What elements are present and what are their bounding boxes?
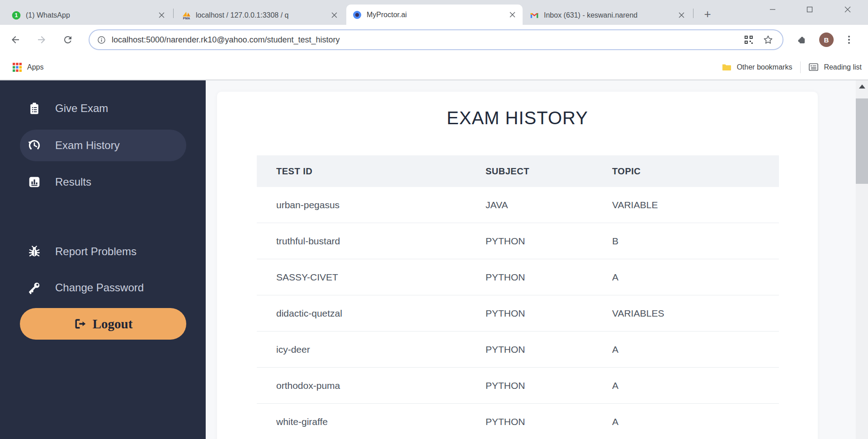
scrollbar-thumb[interactable] [856, 98, 868, 184]
table-header-row: TEST ID SUBJECT TOPIC [257, 155, 779, 187]
table-row: orthodox-puma PYTHON A [257, 368, 779, 404]
tab-gmail-inbox[interactable]: Inbox (631) - keswani.narend [524, 5, 692, 25]
reading-list-label: Reading list [824, 63, 862, 71]
sidebar-item-results[interactable]: Results [0, 166, 206, 198]
bookmarks-bar: Apps Other bookmarks Reading list [0, 55, 868, 79]
tab-myproctor[interactable]: MyProctor.ai [346, 5, 523, 25]
cell-subject: PYTHON [466, 404, 593, 439]
window-close-button[interactable] [837, 0, 858, 19]
browser-toolbar: localhost:5000/narender.rk10@yahoo.com/s… [0, 25, 868, 55]
page-scrollbar[interactable] [856, 80, 868, 439]
bookmarks-divider [800, 61, 801, 73]
forward-button[interactable] [33, 32, 50, 48]
omnibox-actions [744, 34, 775, 45]
gmail-icon [530, 11, 539, 20]
back-button[interactable] [7, 32, 24, 48]
logout-button[interactable]: Logout [20, 308, 186, 340]
tab-title: localhost / 127.0.0.1:3308 / q [196, 11, 325, 19]
sidebar-item-report-problems[interactable]: Report Problems [0, 236, 206, 267]
cell-subject: PYTHON [466, 259, 593, 295]
tab-phpmyadmin[interactable]: PMA localhost / 127.0.0.1:3308 / q [175, 5, 344, 25]
cell-topic: VARIABLE [593, 187, 779, 223]
tab-separator [693, 9, 693, 18]
column-header-subject: SUBJECT [466, 155, 593, 187]
browser-menu-icon[interactable] [842, 33, 856, 47]
cell-topic: A [593, 404, 779, 439]
sidebar-item-label: Results [55, 176, 91, 188]
exam-history-card: EXAM HISTORY TEST ID SUBJECT TOPIC urban… [217, 92, 818, 439]
sidebar-item-label: Exam History [55, 139, 120, 152]
key-icon [26, 280, 42, 296]
cell-test-id: truthful-bustard [257, 223, 466, 259]
cell-topic: B [593, 223, 779, 259]
close-tab-icon[interactable] [677, 11, 685, 19]
apps-grid-icon [13, 63, 22, 72]
other-bookmarks-label: Other bookmarks [737, 63, 793, 71]
cell-subject: PYTHON [466, 295, 593, 332]
whatsapp-icon: 1 [12, 11, 21, 20]
myproctor-icon [353, 10, 362, 19]
sidebar-item-give-exam[interactable]: Give Exam [0, 93, 206, 124]
tab-title: Inbox (631) - keswani.narend [544, 11, 672, 19]
column-header-test-id: TEST ID [257, 155, 466, 187]
svg-text:1: 1 [15, 12, 18, 19]
svg-text:PMA: PMA [183, 17, 190, 20]
address-bar[interactable]: localhost:5000/narender.rk10@yahoo.com/s… [89, 29, 783, 50]
cell-test-id: white-giraffe [257, 404, 466, 439]
cell-test-id: orthodox-puma [257, 368, 466, 404]
logout-label: Logout [93, 317, 133, 332]
sidebar: Give Exam Exam History [0, 80, 206, 439]
profile-avatar[interactable]: B [819, 33, 834, 47]
cell-subject: PYTHON [466, 332, 593, 368]
table-row: didactic-quetzal PYTHON VARIABLES [257, 295, 779, 332]
cell-subject: PYTHON [466, 223, 593, 259]
bar-chart-icon [26, 174, 42, 190]
tab-title: MyProctor.ai [367, 11, 503, 19]
cell-topic: A [593, 259, 779, 295]
reading-list-button[interactable]: Reading list [809, 63, 862, 71]
cell-test-id: didactic-quetzal [257, 295, 466, 332]
web-page: Give Exam Exam History [0, 80, 868, 439]
reload-button[interactable] [60, 32, 76, 48]
bug-icon [26, 243, 42, 260]
table-row: SASSY-CIVET PYTHON A [257, 259, 779, 295]
cell-subject: JAVA [466, 187, 593, 223]
sidebar-item-label: Report Problems [55, 245, 137, 258]
clipboard-list-icon [26, 100, 42, 117]
reading-list-icon [809, 63, 818, 71]
page-info-icon[interactable] [97, 35, 106, 45]
scroll-up-arrow-icon[interactable] [859, 84, 865, 89]
apps-label: Apps [27, 63, 43, 71]
window-maximize-button[interactable] [799, 0, 820, 19]
close-tab-icon[interactable] [330, 11, 338, 19]
history-icon [26, 137, 42, 154]
window-minimize-button[interactable] [762, 0, 783, 19]
column-header-topic: TOPIC [593, 155, 779, 187]
tab-title: (1) WhatsApp [26, 11, 152, 19]
table-row: truthful-bustard PYTHON B [257, 223, 779, 259]
cell-test-id: SASSY-CIVET [257, 259, 466, 295]
cell-topic: A [593, 368, 779, 404]
apps-shortcut[interactable]: Apps [13, 63, 43, 72]
page-title: EXAM HISTORY [217, 108, 818, 128]
cell-topic: A [593, 332, 779, 368]
cell-subject: PYTHON [466, 368, 593, 404]
sidebar-item-exam-history[interactable]: Exam History [20, 130, 186, 161]
exam-history-table: TEST ID SUBJECT TOPIC urban-pegasus JAVA… [257, 155, 779, 439]
tab-separator [173, 9, 174, 18]
close-tab-icon[interactable] [157, 11, 165, 19]
other-bookmarks-button[interactable]: Other bookmarks [722, 63, 793, 71]
cell-test-id: icy-deer [257, 332, 466, 368]
tab-strip: 1 (1) WhatsApp PMA localhost / 127.0.0.1… [0, 0, 868, 25]
bookmark-star-icon[interactable] [763, 34, 774, 45]
table-row: icy-deer PYTHON A [257, 332, 779, 368]
sidebar-item-change-password[interactable]: Change Password [0, 272, 206, 304]
close-tab-icon[interactable] [508, 11, 516, 19]
new-tab-button[interactable]: + [700, 6, 715, 22]
qr-code-icon[interactable] [744, 35, 754, 45]
url-text: localhost:5000/narender.rk10@yahoo.com/s… [112, 35, 738, 45]
extensions-puzzle-icon[interactable] [794, 33, 808, 47]
cell-topic: VARIABLES [593, 295, 779, 332]
folder-icon [722, 63, 731, 71]
tab-whatsapp[interactable]: 1 (1) WhatsApp [5, 5, 172, 25]
